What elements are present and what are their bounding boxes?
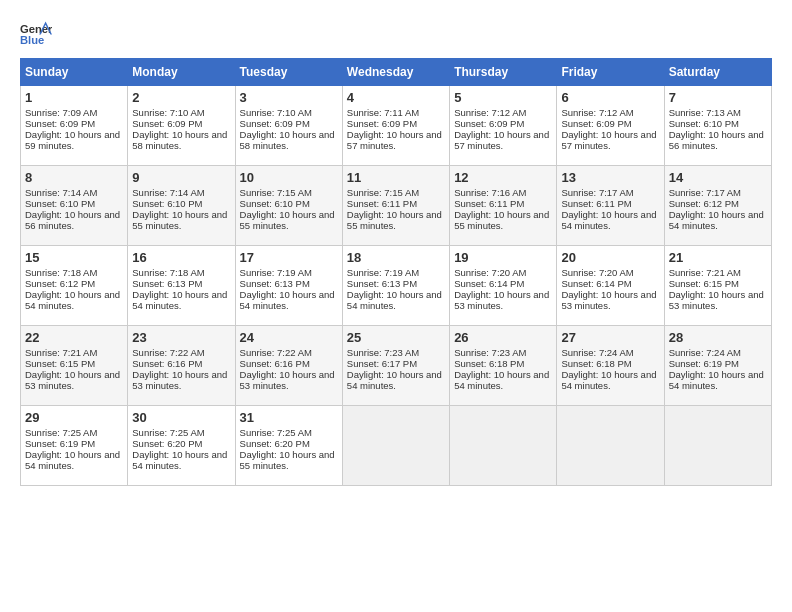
- calendar-cell: 12Sunrise: 7:16 AMSunset: 6:11 PMDayligh…: [450, 166, 557, 246]
- sunrise-label: Sunrise: 7:12 AM: [561, 107, 633, 118]
- daylight-label: Daylight: 10 hours and 53 minutes.: [454, 289, 549, 311]
- daylight-label: Daylight: 10 hours and 53 minutes.: [240, 369, 335, 391]
- sunrise-label: Sunrise: 7:15 AM: [240, 187, 312, 198]
- calendar-cell: 27Sunrise: 7:24 AMSunset: 6:18 PMDayligh…: [557, 326, 664, 406]
- calendar-cell: [342, 406, 449, 486]
- daylight-label: Daylight: 10 hours and 53 minutes.: [25, 369, 120, 391]
- day-number: 23: [132, 330, 230, 345]
- daylight-label: Daylight: 10 hours and 56 minutes.: [669, 129, 764, 151]
- calendar-table: SundayMondayTuesdayWednesdayThursdayFrid…: [20, 58, 772, 486]
- calendar-cell: 3Sunrise: 7:10 AMSunset: 6:09 PMDaylight…: [235, 86, 342, 166]
- daylight-label: Daylight: 10 hours and 53 minutes.: [669, 289, 764, 311]
- calendar-cell: 20Sunrise: 7:20 AMSunset: 6:14 PMDayligh…: [557, 246, 664, 326]
- day-number: 10: [240, 170, 338, 185]
- sunset-label: Sunset: 6:09 PM: [561, 118, 631, 129]
- calendar-cell: 14Sunrise: 7:17 AMSunset: 6:12 PMDayligh…: [664, 166, 771, 246]
- sunrise-label: Sunrise: 7:25 AM: [240, 427, 312, 438]
- day-number: 7: [669, 90, 767, 105]
- sunrise-label: Sunrise: 7:14 AM: [25, 187, 97, 198]
- weekday-header-wednesday: Wednesday: [342, 59, 449, 86]
- sunset-label: Sunset: 6:18 PM: [454, 358, 524, 369]
- sunrise-label: Sunrise: 7:11 AM: [347, 107, 419, 118]
- calendar-cell: 4Sunrise: 7:11 AMSunset: 6:09 PMDaylight…: [342, 86, 449, 166]
- weekday-header-saturday: Saturday: [664, 59, 771, 86]
- weekday-header-row: SundayMondayTuesdayWednesdayThursdayFrid…: [21, 59, 772, 86]
- sunrise-label: Sunrise: 7:22 AM: [132, 347, 204, 358]
- calendar-week-row: 29Sunrise: 7:25 AMSunset: 6:19 PMDayligh…: [21, 406, 772, 486]
- sunrise-label: Sunrise: 7:23 AM: [347, 347, 419, 358]
- sunrise-label: Sunrise: 7:25 AM: [25, 427, 97, 438]
- weekday-header-monday: Monday: [128, 59, 235, 86]
- sunrise-label: Sunrise: 7:14 AM: [132, 187, 204, 198]
- day-number: 27: [561, 330, 659, 345]
- calendar-cell: 31Sunrise: 7:25 AMSunset: 6:20 PMDayligh…: [235, 406, 342, 486]
- day-number: 28: [669, 330, 767, 345]
- calendar-cell: 7Sunrise: 7:13 AMSunset: 6:10 PMDaylight…: [664, 86, 771, 166]
- calendar-cell: 16Sunrise: 7:18 AMSunset: 6:13 PMDayligh…: [128, 246, 235, 326]
- sunset-label: Sunset: 6:09 PM: [454, 118, 524, 129]
- daylight-label: Daylight: 10 hours and 53 minutes.: [561, 289, 656, 311]
- sunset-label: Sunset: 6:15 PM: [669, 278, 739, 289]
- calendar-cell: 22Sunrise: 7:21 AMSunset: 6:15 PMDayligh…: [21, 326, 128, 406]
- svg-text:General: General: [20, 23, 52, 35]
- sunrise-label: Sunrise: 7:16 AM: [454, 187, 526, 198]
- daylight-label: Daylight: 10 hours and 54 minutes.: [132, 449, 227, 471]
- daylight-label: Daylight: 10 hours and 57 minutes.: [454, 129, 549, 151]
- daylight-label: Daylight: 10 hours and 57 minutes.: [347, 129, 442, 151]
- sunrise-label: Sunrise: 7:10 AM: [132, 107, 204, 118]
- weekday-header-tuesday: Tuesday: [235, 59, 342, 86]
- daylight-label: Daylight: 10 hours and 58 minutes.: [132, 129, 227, 151]
- weekday-header-thursday: Thursday: [450, 59, 557, 86]
- day-number: 13: [561, 170, 659, 185]
- sunset-label: Sunset: 6:20 PM: [132, 438, 202, 449]
- daylight-label: Daylight: 10 hours and 53 minutes.: [132, 369, 227, 391]
- sunrise-label: Sunrise: 7:17 AM: [669, 187, 741, 198]
- daylight-label: Daylight: 10 hours and 54 minutes.: [240, 289, 335, 311]
- calendar-week-row: 15Sunrise: 7:18 AMSunset: 6:12 PMDayligh…: [21, 246, 772, 326]
- sunset-label: Sunset: 6:20 PM: [240, 438, 310, 449]
- sunset-label: Sunset: 6:15 PM: [25, 358, 95, 369]
- sunset-label: Sunset: 6:10 PM: [240, 198, 310, 209]
- calendar-cell: 17Sunrise: 7:19 AMSunset: 6:13 PMDayligh…: [235, 246, 342, 326]
- calendar-cell: 24Sunrise: 7:22 AMSunset: 6:16 PMDayligh…: [235, 326, 342, 406]
- daylight-label: Daylight: 10 hours and 54 minutes.: [347, 369, 442, 391]
- day-number: 16: [132, 250, 230, 265]
- daylight-label: Daylight: 10 hours and 54 minutes.: [347, 289, 442, 311]
- daylight-label: Daylight: 10 hours and 54 minutes.: [25, 449, 120, 471]
- calendar-cell: 2Sunrise: 7:10 AMSunset: 6:09 PMDaylight…: [128, 86, 235, 166]
- calendar-week-row: 1Sunrise: 7:09 AMSunset: 6:09 PMDaylight…: [21, 86, 772, 166]
- sunset-label: Sunset: 6:11 PM: [347, 198, 417, 209]
- daylight-label: Daylight: 10 hours and 54 minutes.: [132, 289, 227, 311]
- daylight-label: Daylight: 10 hours and 55 minutes.: [454, 209, 549, 231]
- calendar-cell: 30Sunrise: 7:25 AMSunset: 6:20 PMDayligh…: [128, 406, 235, 486]
- day-number: 24: [240, 330, 338, 345]
- sunrise-label: Sunrise: 7:24 AM: [561, 347, 633, 358]
- sunset-label: Sunset: 6:14 PM: [454, 278, 524, 289]
- calendar-cell: 10Sunrise: 7:15 AMSunset: 6:10 PMDayligh…: [235, 166, 342, 246]
- sunrise-label: Sunrise: 7:24 AM: [669, 347, 741, 358]
- sunrise-label: Sunrise: 7:09 AM: [25, 107, 97, 118]
- sunset-label: Sunset: 6:10 PM: [25, 198, 95, 209]
- sunrise-label: Sunrise: 7:17 AM: [561, 187, 633, 198]
- sunset-label: Sunset: 6:17 PM: [347, 358, 417, 369]
- sunset-label: Sunset: 6:13 PM: [347, 278, 417, 289]
- sunset-label: Sunset: 6:10 PM: [132, 198, 202, 209]
- sunrise-label: Sunrise: 7:18 AM: [25, 267, 97, 278]
- sunrise-label: Sunrise: 7:23 AM: [454, 347, 526, 358]
- sunset-label: Sunset: 6:11 PM: [561, 198, 631, 209]
- sunrise-label: Sunrise: 7:20 AM: [561, 267, 633, 278]
- day-number: 18: [347, 250, 445, 265]
- weekday-header-sunday: Sunday: [21, 59, 128, 86]
- calendar-week-row: 22Sunrise: 7:21 AMSunset: 6:15 PMDayligh…: [21, 326, 772, 406]
- sunset-label: Sunset: 6:12 PM: [669, 198, 739, 209]
- daylight-label: Daylight: 10 hours and 58 minutes.: [240, 129, 335, 151]
- day-number: 6: [561, 90, 659, 105]
- calendar-cell: 6Sunrise: 7:12 AMSunset: 6:09 PMDaylight…: [557, 86, 664, 166]
- sunrise-label: Sunrise: 7:15 AM: [347, 187, 419, 198]
- sunrise-label: Sunrise: 7:21 AM: [669, 267, 741, 278]
- calendar-cell: 26Sunrise: 7:23 AMSunset: 6:18 PMDayligh…: [450, 326, 557, 406]
- sunset-label: Sunset: 6:19 PM: [669, 358, 739, 369]
- day-number: 22: [25, 330, 123, 345]
- calendar-week-row: 8Sunrise: 7:14 AMSunset: 6:10 PMDaylight…: [21, 166, 772, 246]
- calendar-cell: 8Sunrise: 7:14 AMSunset: 6:10 PMDaylight…: [21, 166, 128, 246]
